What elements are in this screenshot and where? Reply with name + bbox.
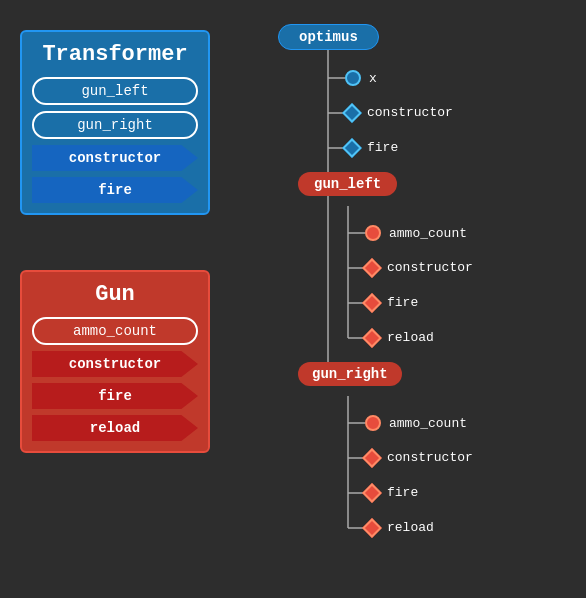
tree-label-fire-right: fire (387, 485, 418, 500)
tree-label-constructor-left: constructor (387, 260, 473, 275)
tree-label-ammo-right: ammo_count (389, 416, 467, 431)
gun-method-reload: reload (32, 415, 198, 441)
tree-label-constructor-t: constructor (367, 105, 453, 120)
node-circle-x (345, 70, 361, 86)
tree-node-optimus: optimus (278, 24, 379, 50)
transformer-method-constructor: constructor (32, 145, 198, 171)
transformer-title: Transformer (32, 42, 198, 67)
tree-label-constructor-right: constructor (387, 450, 473, 465)
tree-node-gun-right: gun_right (298, 362, 402, 386)
tree-item-constructor-right: constructor (365, 450, 473, 465)
tree-item-ammo-right: ammo_count (365, 415, 467, 431)
tree-item-reload-left: reload (365, 330, 434, 345)
gun-card: Gun ammo_count constructor fire reload (20, 270, 210, 453)
transformer-items: gun_left gun_right constructor fire (32, 77, 198, 203)
tree-item-fire-left: fire (365, 295, 418, 310)
node-diamond-fire-right (362, 483, 382, 503)
node-circle-ammo-right (365, 415, 381, 431)
transformer-card: Transformer gun_left gun_right construct… (20, 30, 210, 215)
tree-item-fire-right: fire (365, 485, 418, 500)
node-diamond-constructor-t (342, 103, 362, 123)
transformer-method-fire: fire (32, 177, 198, 203)
tree-item-constructor-left: constructor (365, 260, 473, 275)
node-diamond-constructor-left (362, 258, 382, 278)
tree-label-ammo-left: ammo_count (389, 226, 467, 241)
tree-item-x: x (345, 70, 377, 86)
node-diamond-fire-left (362, 293, 382, 313)
tree-label-fire-left: fire (387, 295, 418, 310)
gun-method-fire: fire (32, 383, 198, 409)
node-circle-ammo-left (365, 225, 381, 241)
gun-items: ammo_count constructor fire reload (32, 317, 198, 441)
gun-method-constructor: constructor (32, 351, 198, 377)
tree-item-ammo-left: ammo_count (365, 225, 467, 241)
gun-attr-ammo-count: ammo_count (32, 317, 198, 345)
node-diamond-fire-t (342, 138, 362, 158)
tree-label-x: x (369, 71, 377, 86)
node-diamond-reload-right (362, 518, 382, 538)
tree-label-fire-t: fire (367, 140, 398, 155)
tree-item-constructor-t: constructor (345, 105, 453, 120)
gun-title: Gun (32, 282, 198, 307)
node-diamond-constructor-right (362, 448, 382, 468)
tree-node-gun-left: gun_left (298, 172, 397, 196)
tree-item-reload-right: reload (365, 520, 434, 535)
transformer-attr-gun-right: gun_right (32, 111, 198, 139)
tree-label-reload-right: reload (387, 520, 434, 535)
tree-item-fire-t: fire (345, 140, 398, 155)
transformer-attr-gun-left: gun_left (32, 77, 198, 105)
tree-label-reload-left: reload (387, 330, 434, 345)
node-diamond-reload-left (362, 328, 382, 348)
